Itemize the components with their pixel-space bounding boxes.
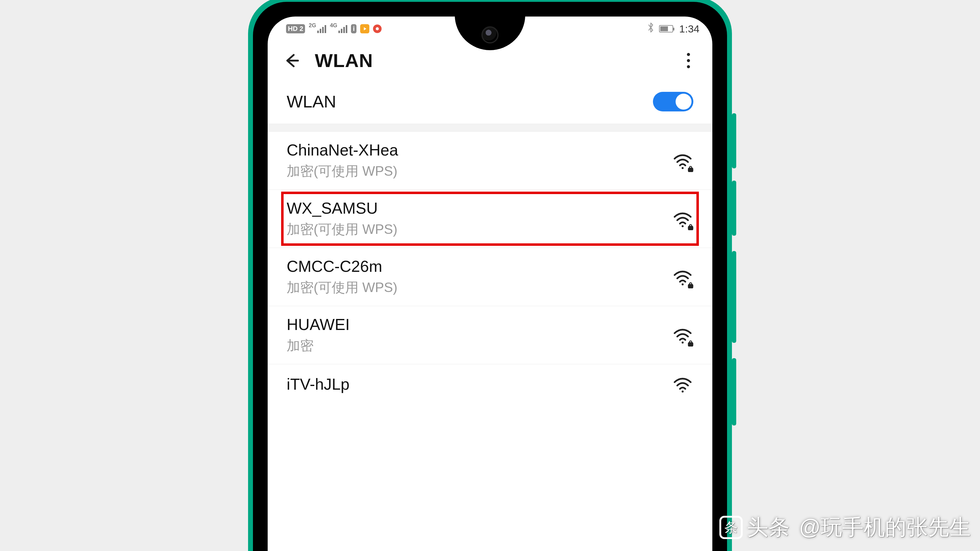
lock-icon bbox=[687, 165, 694, 172]
network-signal-icon bbox=[672, 266, 694, 288]
signal-1-label: 2G bbox=[309, 23, 316, 28]
network-subtitle: 加密 bbox=[286, 337, 350, 355]
phone-frame: HD 2 2G 4G i bbox=[248, 0, 732, 551]
network-text: iTV-hJLp bbox=[286, 375, 350, 393]
network-list: ChinaNet-XHea加密(可使用 WPS) WX_SAMSU加密(可使用 … bbox=[268, 132, 712, 404]
wlan-toggle-row: WLAN bbox=[268, 83, 712, 124]
clock: 1:34 bbox=[679, 23, 700, 35]
side-button-icon bbox=[732, 113, 736, 168]
svg-point-6 bbox=[682, 341, 684, 343]
side-button-icon bbox=[732, 358, 736, 426]
network-item[interactable]: CMCC-C26m加密(可使用 WPS) bbox=[268, 248, 712, 306]
svg-rect-1 bbox=[689, 168, 693, 171]
network-item[interactable]: WX_SAMSU加密(可使用 WPS) bbox=[268, 190, 712, 248]
svg-point-2 bbox=[682, 225, 684, 227]
wifi-icon bbox=[672, 373, 694, 395]
network-ssid: WX_SAMSU bbox=[286, 199, 398, 218]
svg-point-4 bbox=[682, 283, 684, 285]
network-subtitle: 加密(可使用 WPS) bbox=[286, 162, 398, 180]
signal-1: 2G bbox=[309, 24, 326, 33]
phone-screen: HD 2 2G 4G i bbox=[268, 16, 712, 551]
network-item[interactable]: iTV-hJLp bbox=[268, 364, 712, 404]
network-signal-icon bbox=[672, 324, 694, 346]
watermark-brand: 头条 bbox=[747, 513, 790, 542]
network-subtitle: 加密(可使用 WPS) bbox=[286, 221, 398, 238]
network-text: HUAWEI加密 bbox=[286, 315, 350, 355]
network-text: ChinaNet-XHea加密(可使用 WPS) bbox=[286, 141, 398, 180]
wlan-toggle[interactable] bbox=[653, 92, 694, 111]
more-dots-icon bbox=[687, 59, 690, 62]
watermark: 条 头条 @玩手机的张先生 bbox=[719, 513, 971, 542]
svg-rect-7 bbox=[689, 343, 693, 346]
play-app-icon bbox=[360, 24, 369, 33]
watermark-logo-icon: 条 bbox=[719, 516, 743, 539]
network-ssid: iTV-hJLp bbox=[286, 375, 350, 393]
svg-rect-3 bbox=[689, 227, 693, 230]
front-camera-icon bbox=[481, 26, 499, 43]
watermark-handle: @玩手机的张先生 bbox=[799, 513, 971, 542]
side-button-icon bbox=[732, 181, 736, 236]
network-text: CMCC-C26m加密(可使用 WPS) bbox=[286, 257, 398, 297]
wlan-toggle-label: WLAN bbox=[286, 92, 336, 111]
side-button-icon bbox=[732, 251, 736, 343]
network-item[interactable]: ChinaNet-XHea加密(可使用 WPS) bbox=[268, 132, 712, 190]
phone-bezel: HD 2 2G 4G i bbox=[253, 2, 727, 551]
lock-icon bbox=[687, 340, 694, 346]
back-button[interactable] bbox=[282, 51, 301, 70]
network-ssid: HUAWEI bbox=[286, 315, 350, 333]
svg-point-0 bbox=[682, 167, 684, 169]
signal-2: 4G bbox=[330, 24, 347, 33]
network-subtitle: 加密(可使用 WPS) bbox=[286, 279, 398, 297]
battery-icon bbox=[659, 25, 673, 32]
lock-icon bbox=[687, 224, 694, 230]
signal-bars-icon bbox=[339, 24, 347, 33]
network-text: WX_SAMSU加密(可使用 WPS) bbox=[286, 199, 398, 238]
watermark-logo: 条 头条 bbox=[719, 513, 790, 542]
network-item[interactable]: HUAWEI加密 bbox=[268, 306, 712, 364]
back-arrow-icon bbox=[283, 52, 300, 69]
section-divider bbox=[268, 124, 712, 132]
svg-point-8 bbox=[682, 391, 684, 393]
network-ssid: ChinaNet-XHea bbox=[286, 141, 398, 159]
toggle-knob-icon bbox=[676, 94, 692, 110]
page-title: WLAN bbox=[315, 49, 373, 71]
network-signal-icon bbox=[672, 208, 694, 230]
record-icon bbox=[373, 24, 382, 33]
more-dots-icon bbox=[687, 65, 690, 68]
more-dots-icon bbox=[687, 53, 690, 56]
network-signal-icon bbox=[672, 150, 694, 171]
hd-badge-icon: HD 2 bbox=[286, 24, 305, 33]
more-options-button[interactable] bbox=[680, 52, 697, 69]
lock-icon bbox=[687, 282, 694, 288]
signal-bars-icon bbox=[317, 24, 326, 33]
signal-2-label: 4G bbox=[330, 23, 337, 28]
network-ssid: CMCC-C26m bbox=[286, 257, 398, 275]
network-signal-icon bbox=[672, 373, 694, 395]
svg-rect-5 bbox=[689, 285, 693, 288]
info-badge-icon: i bbox=[351, 24, 356, 33]
bluetooth-icon bbox=[647, 22, 655, 35]
